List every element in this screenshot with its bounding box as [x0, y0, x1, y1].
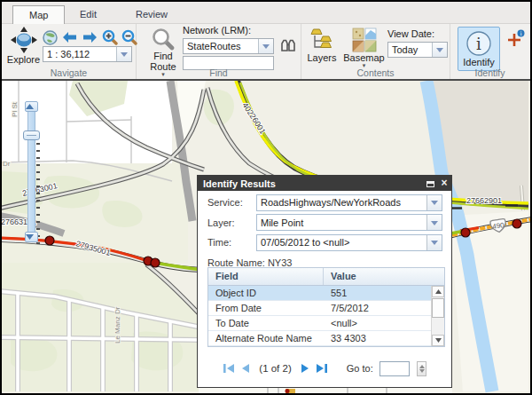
maximize-button[interactable] [423, 178, 437, 189]
navigate-icon-row [43, 29, 137, 45]
table-cell-field: To Date [208, 316, 324, 330]
last-page-icon [316, 363, 328, 374]
map-zoom-slider[interactable] [21, 101, 43, 243]
pager-position-text: (1 of 2) [259, 363, 291, 374]
table-row[interactable]: From Date 7/5/2012 [208, 301, 431, 316]
group-label-find: Find [137, 67, 301, 78]
zoom-slider-track[interactable] [27, 106, 35, 238]
time-label: Time: [207, 237, 256, 248]
street-label-dr: Dr [3, 160, 11, 168]
slider-down-arrow-icon [26, 234, 34, 240]
table-cell-value: 551 [324, 286, 431, 300]
group-label-navigate: Navigate [2, 67, 136, 78]
service-value: RoadsHighways/NewYorkRoads [257, 197, 426, 208]
zoom-out-icon[interactable] [121, 29, 137, 45]
find-route-icon [152, 28, 175, 51]
time-combobox[interactable]: 07/05/2012 to <null> [256, 234, 442, 251]
dropdown-arrow-icon[interactable] [116, 47, 131, 61]
map-streets-under-dialog [199, 388, 452, 393]
network-value: StateRoutes [184, 41, 258, 51]
route-id-label-27662901: 27662901 [466, 196, 502, 205]
previous-page-button[interactable] [241, 363, 250, 374]
view-date-column: View Date: Today [387, 28, 450, 58]
group-label-contents: Contents [301, 67, 450, 78]
basemap-button[interactable]: Basemap ▾ [341, 28, 387, 67]
explore-button[interactable]: Explore [5, 26, 42, 65]
application-window: Map Edit Review Explore [0, 0, 532, 395]
network-combobox[interactable]: StateRoutes [183, 38, 274, 54]
binoculars-icon[interactable] [280, 39, 296, 52]
table-scrollbar[interactable] [431, 286, 444, 346]
tab-edit[interactable]: Edit [64, 5, 113, 24]
table-row[interactable]: Object ID 551 [208, 286, 431, 301]
ribbon-group-navigate: Explore [2, 24, 137, 79]
zoom-in-slider-button[interactable] [25, 101, 38, 112]
pager: (1 of 2) Go to: [198, 359, 451, 378]
previous-page-icon [241, 363, 250, 374]
street-label-pl: Pl St [11, 101, 19, 117]
time-value: 07/05/2012 to <null> [257, 237, 426, 248]
group-label-identify: Identify [450, 67, 529, 78]
slider-up-arrow-icon [26, 104, 34, 109]
dialog-titlebar[interactable]: Identify Results × [198, 176, 451, 191]
service-combobox[interactable]: RoadsHighways/NewYorkRoads [256, 194, 442, 211]
view-date-combobox[interactable]: Today [387, 42, 448, 58]
service-label: Service: [207, 197, 256, 208]
map-scale-combobox[interactable]: 1 : 36,112 [43, 46, 132, 62]
last-page-button[interactable] [316, 363, 328, 374]
table-cell-value: 33 4303 [324, 331, 431, 345]
table-row[interactable]: To Date <null> [208, 316, 431, 331]
find-route-label-line1: Find [144, 51, 183, 61]
ribbon-tab-strip: Map Edit Review [2, 2, 530, 24]
back-arrow-icon[interactable] [61, 31, 78, 43]
globe-icon[interactable] [43, 30, 58, 45]
dropdown-arrow-icon[interactable] [258, 39, 273, 53]
explore-icon [10, 26, 38, 54]
scroll-down-button[interactable] [432, 335, 444, 346]
table-cell-field: Alternate Route Name [208, 331, 324, 345]
forward-arrow-icon[interactable] [82, 31, 98, 43]
goto-label: Go to: [347, 363, 373, 374]
dialog-title: Identify Results [198, 178, 423, 189]
layer-value: Mile Point [257, 217, 426, 228]
zoom-slider-thumb[interactable] [23, 130, 40, 140]
zoom-out-slider-button[interactable] [25, 232, 38, 242]
column-header-scroll-spacer [431, 268, 444, 285]
ribbon-group-contents: Layers Basemap ▾ View Date: [301, 24, 450, 79]
layers-button[interactable]: Layers [302, 28, 341, 63]
layer-combobox[interactable]: Mile Point [256, 214, 442, 231]
attribute-table: Field Value Object ID 551 From Date 7/5/… [207, 267, 445, 347]
scroll-up-arrow-icon [435, 289, 442, 294]
tab-review[interactable]: Review [120, 5, 184, 24]
scroll-up-button[interactable] [432, 286, 444, 297]
dropdown-arrow-icon[interactable] [432, 43, 447, 57]
column-header-field: Field [208, 268, 324, 285]
zoom-in-icon[interactable] [102, 29, 118, 45]
network-lrm-label: Network (LRM): [183, 25, 300, 36]
shield-number-label: 490 [492, 221, 505, 231]
dropdown-arrow-icon[interactable] [426, 215, 442, 230]
table-cell-field: Object ID [208, 286, 324, 300]
table-cell-value: 7/5/2012 [324, 301, 431, 315]
find-network-column: Network (LRM): StateRoutes [183, 25, 300, 70]
view-date-value: Today [388, 44, 432, 55]
scrollbar-thumb[interactable] [432, 298, 444, 318]
next-page-button[interactable] [301, 363, 309, 374]
first-page-button[interactable] [223, 363, 235, 374]
goto-page-input[interactable] [379, 361, 410, 376]
first-page-icon [223, 363, 235, 374]
goto-spinner[interactable] [417, 361, 426, 376]
dropdown-arrow-icon[interactable] [426, 195, 442, 210]
tab-map[interactable]: Map [12, 5, 65, 24]
table-cell-value: <null> [324, 316, 431, 330]
close-button[interactable]: × [437, 177, 451, 190]
table-row[interactable]: Alternate Route Name 33 4303 [208, 331, 431, 346]
next-page-icon [301, 363, 309, 374]
scroll-down-arrow-icon [435, 338, 442, 343]
identify-route-location-icon[interactable]: i [506, 29, 526, 47]
ribbon-group-find: Find Route ▾ Network (LRM): StateRoutes [137, 24, 301, 79]
dropdown-arrow-icon[interactable] [426, 235, 442, 250]
layer-label: Layer: [207, 217, 256, 228]
identify-button[interactable]: i Identify [458, 27, 500, 71]
route-name-value: NY33 [268, 257, 293, 268]
